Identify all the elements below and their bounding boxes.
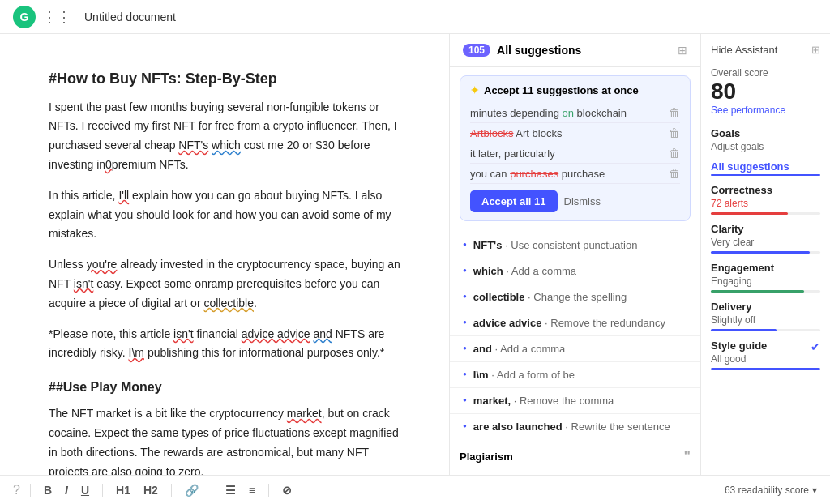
accept-item-4: you can purchases purchase 🗑	[470, 164, 680, 184]
adjust-goals-link[interactable]: Adjust goals	[711, 141, 820, 152]
delivery-label: Delivery	[711, 301, 820, 313]
grid-options-icon: ⊞	[811, 44, 820, 56]
logo[interactable]: G	[13, 6, 36, 28]
engagement-label: Engagement	[711, 262, 820, 274]
goals-label: Goals	[711, 127, 820, 139]
bullet-icon: ●	[463, 344, 467, 352]
bullet-icon: ●	[463, 396, 467, 404]
suggestions-title-label: All suggestions	[497, 44, 581, 57]
suggestion-item-which[interactable]: ● which · Add a comma	[450, 258, 700, 284]
style-guide-bar	[711, 368, 820, 370]
overall-score-label: Overall score	[711, 67, 820, 79]
accept-item-2: Artblocks Art blocks 🗑	[470, 123, 680, 143]
unordered-list-button[interactable]: ≡	[246, 482, 259, 498]
suggestions-content: ✦ Accept 11 suggestions at once minutes …	[450, 67, 700, 438]
correctness-sub: 72 alerts	[711, 198, 820, 209]
divider	[30, 484, 31, 497]
suggestion-item-advice[interactable]: ● advice advice · Remove the redundancy	[450, 310, 700, 336]
all-suggestions-label: All suggestions	[711, 160, 820, 173]
all-suggestions-section[interactable]: All suggestions	[711, 160, 820, 176]
right-sidebar: Hide Assistant ⊞ Overall score 80 See pe…	[700, 34, 830, 475]
accept-banner-title: ✦ Accept 11 suggestions at once	[470, 84, 680, 96]
divider	[268, 484, 269, 497]
suggestion-item-launched[interactable]: ● are also launched · Rewrite the senten…	[450, 414, 700, 438]
divider	[102, 484, 103, 497]
help-icon[interactable]: ?	[13, 483, 20, 498]
editor-paragraph-3: Unless you're already invested in the cr…	[49, 255, 400, 313]
divider	[212, 484, 212, 497]
hide-assistant-button[interactable]: Hide Assistant ⊞	[711, 44, 820, 56]
delivery-metric[interactable]: Delivery Slightly off	[711, 301, 820, 331]
link-button[interactable]: 🔗	[182, 482, 202, 498]
clarity-metric[interactable]: Clarity Very clear	[711, 223, 820, 254]
editor-paragraph-2: In this article, I'll explain how you ca…	[49, 186, 400, 244]
h2-button[interactable]: H2	[140, 482, 161, 498]
bullet-icon: ●	[463, 370, 467, 378]
suggestions-badge: 105	[463, 44, 490, 57]
quote-icon: "	[683, 448, 691, 465]
bullet-icon: ●	[463, 422, 467, 429]
correctness-label: Correctness	[711, 184, 820, 196]
suggestion-item-market[interactable]: ● market, · Remove the comma	[450, 388, 700, 414]
accept-item-1: minutes depending on blockchain 🗑	[470, 103, 680, 123]
suggestion-item-and[interactable]: ● and · Add a comma	[450, 336, 700, 362]
delete-icon[interactable]: 🗑	[669, 126, 680, 139]
delete-icon[interactable]: 🗑	[669, 106, 680, 119]
divider	[171, 484, 172, 497]
suggestions-title: 105 All suggestions	[463, 44, 581, 57]
readability-arrow-icon: ▾	[812, 485, 817, 496]
editor-paragraph-1: I spent the past few months buying sever…	[49, 98, 400, 175]
bullet-icon: ●	[463, 241, 467, 248]
overall-score-section: Overall score 80 See performance	[711, 67, 820, 116]
accept-actions: Accept all 11 Dismiss	[470, 190, 680, 212]
suggestion-item-nfts[interactable]: ● NFT's · Use consistent punctuation	[450, 233, 700, 258]
delivery-sub: Slightly off	[711, 314, 820, 326]
check-icon: ✔	[811, 340, 820, 353]
underline-button[interactable]: U	[78, 482, 92, 498]
h1-button[interactable]: H1	[113, 482, 134, 498]
style-guide-metric[interactable]: Style guide ✔ All good	[711, 340, 820, 370]
see-performance-link[interactable]: See performance	[711, 105, 820, 116]
suggestion-item-im[interactable]: ● I\m · Add a form of be	[450, 362, 700, 388]
suggestion-list: ● NFT's · Use consistent punctuation ● w…	[450, 229, 700, 438]
delete-icon[interactable]: 🗑	[669, 167, 680, 180]
suggestion-item-collectible[interactable]: ● collectible · Change the spelling	[450, 284, 700, 310]
editor-area[interactable]: #How to Buy NFTs: Step-By-Step I spent t…	[0, 34, 449, 475]
accept-all-button[interactable]: Accept all 11	[470, 190, 558, 212]
readability-score[interactable]: 63 readability score ▾	[725, 485, 817, 496]
document-title[interactable]: Untitled document	[84, 11, 176, 23]
engagement-sub: Engaging	[711, 275, 820, 287]
editor-heading-1: #How to Buy NFTs: Step-By-Step	[49, 66, 400, 92]
engagement-bar	[711, 290, 820, 293]
score-number: 80	[711, 79, 736, 105]
clarity-bar	[711, 251, 820, 254]
italic-button[interactable]: I	[62, 482, 71, 498]
grid-icon[interactable]: ⊞	[678, 44, 687, 57]
plagiarism-label: Plagiarism	[460, 451, 513, 463]
dismiss-button[interactable]: Dismiss	[564, 195, 601, 207]
clear-format-button[interactable]: ⊘	[279, 482, 295, 498]
bullet-icon: ●	[463, 318, 467, 326]
engagement-metric[interactable]: Engagement Engaging	[711, 262, 820, 293]
bottom-toolbar: ? B I U H1 H2 🔗 ☰ ≡ ⊘ 63 readability sco…	[0, 475, 830, 504]
suggestions-panel: 105 All suggestions ⊞ ✦ Accept 11 sugges…	[449, 34, 700, 475]
bullet-icon: ●	[463, 267, 467, 274]
plagiarism-section[interactable]: Plagiarism "	[450, 438, 700, 475]
bold-button[interactable]: B	[41, 482, 55, 498]
editor-heading-2: ##Use Play Money	[49, 376, 400, 398]
clarity-sub: Very clear	[711, 237, 820, 248]
delivery-bar	[711, 329, 820, 331]
main-layout: #How to Buy NFTs: Step-By-Step I spent t…	[0, 34, 830, 475]
correctness-metric[interactable]: Correctness 72 alerts	[711, 184, 820, 215]
header: G ⋮⋮ Untitled document	[0, 0, 830, 34]
goals-section: Goals Adjust goals	[711, 127, 820, 152]
correctness-bar	[711, 212, 820, 215]
bullet-icon: ●	[463, 293, 467, 300]
style-guide-label: Style guide	[711, 340, 767, 352]
menu-icon[interactable]: ⋮⋮	[42, 8, 71, 26]
accept-banner: ✦ Accept 11 suggestions at once minutes …	[460, 75, 691, 221]
clarity-label: Clarity	[711, 223, 820, 235]
delete-icon[interactable]: 🗑	[669, 147, 680, 160]
suggestions-header: 105 All suggestions ⊞	[450, 34, 700, 67]
ordered-list-button[interactable]: ☰	[222, 482, 239, 498]
